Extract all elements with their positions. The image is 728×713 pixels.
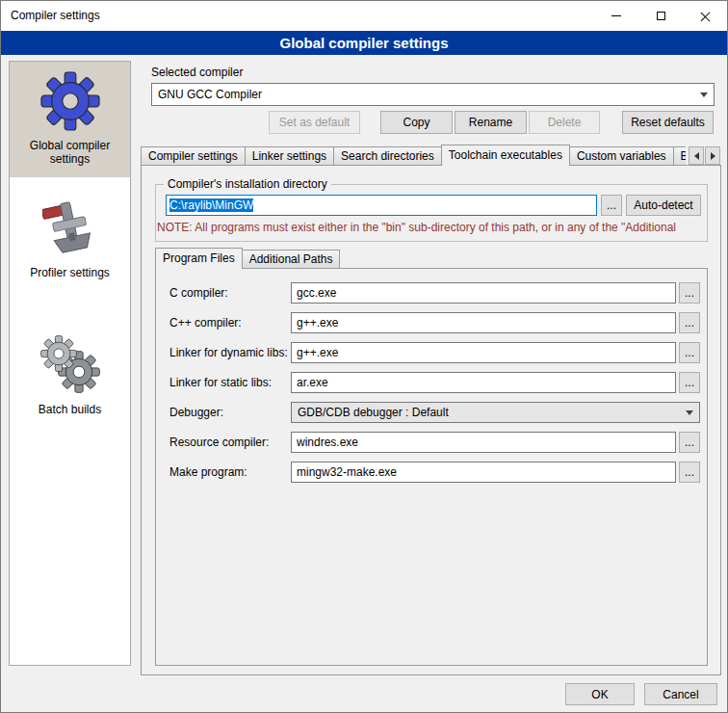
field-label: Resource compiler: <box>169 436 269 449</box>
c-compiler-browse-button[interactable]: ... <box>679 282 700 304</box>
cpp-compiler-input[interactable] <box>291 312 676 333</box>
rename-button[interactable]: Rename <box>455 111 527 134</box>
maximize-icon <box>657 12 665 20</box>
blue-gear-icon <box>40 71 100 131</box>
cpp-compiler-browse-button[interactable]: ... <box>679 312 700 333</box>
sidebar-item-label: Profiler settings <box>12 266 128 279</box>
reset-defaults-button[interactable]: Reset defaults <box>622 111 714 134</box>
chevron-down-icon <box>700 92 708 97</box>
form-row-resource-compiler: Resource compiler: ... <box>169 432 701 455</box>
make-program-input[interactable] <box>291 462 676 483</box>
gray-gears-icon <box>40 335 100 395</box>
cancel-button[interactable]: Cancel <box>644 683 717 705</box>
static-linker-input[interactable] <box>291 372 676 393</box>
selected-compiler-combo[interactable]: GNU GCC Compiler <box>151 83 715 106</box>
form-row-cpp-compiler: C++ compiler: ... <box>169 312 701 335</box>
tab-custom-variables[interactable]: Custom variables <box>569 146 674 166</box>
install-dir-browse-button[interactable]: ... <box>601 195 622 216</box>
maximize-button[interactable] <box>638 1 683 31</box>
static-linker-browse-button[interactable]: ... <box>679 372 700 393</box>
selected-compiler-label: Selected compiler <box>151 66 243 79</box>
auto-detect-button[interactable]: Auto-detect <box>626 195 701 216</box>
profiler-tool-icon <box>42 198 98 258</box>
resource-compiler-browse-button[interactable]: ... <box>679 432 700 453</box>
compiler-settings-dialog: Compiler settings Global compiler settin… <box>0 0 728 713</box>
window-title: Compiler settings <box>11 1 100 31</box>
sidebar-item-global-compiler-settings[interactable]: Global compiler settings <box>10 62 130 177</box>
close-button[interactable] <box>683 1 727 31</box>
resource-compiler-input[interactable] <box>291 432 676 453</box>
delete-button[interactable]: Delete <box>529 111 600 134</box>
tab-scroll-right-button[interactable] <box>705 146 720 165</box>
sidebar-item-label: Global compiler settings <box>12 139 128 166</box>
minimize-icon <box>611 15 621 16</box>
tab-scroll-left-button[interactable] <box>689 146 704 165</box>
page-title: Global compiler settings <box>1 31 727 55</box>
field-label: C++ compiler: <box>169 316 242 330</box>
close-icon <box>699 11 711 22</box>
arrow-right-icon <box>711 152 715 160</box>
make-program-browse-button[interactable]: ... <box>679 462 700 483</box>
field-label: Linker for static libs: <box>169 376 272 389</box>
dynamic-linker-browse-button[interactable]: ... <box>679 342 700 363</box>
settings-sidebar: Global compiler settings Profiler settin… <box>9 61 131 666</box>
arrow-left-icon <box>694 152 699 160</box>
sidebar-item-label: Batch builds <box>12 403 128 416</box>
field-label: Debugger: <box>169 406 223 419</box>
note-text: NOTE: All programs must exist either in … <box>157 221 719 234</box>
field-label: C compiler: <box>169 286 228 300</box>
c-compiler-input[interactable] <box>291 282 676 304</box>
install-dir-selected-text: C:\raylib\MinGW <box>169 198 253 212</box>
debugger-value: GDB/CDB debugger : Default <box>298 406 449 419</box>
sidebar-item-batch-builds[interactable]: Batch builds <box>10 326 130 428</box>
set-as-default-button[interactable]: Set as default <box>269 111 360 134</box>
window-titlebar[interactable]: Compiler settings <box>1 1 727 31</box>
toolchain-subtab-strip: Program Files Additional Paths <box>155 248 340 269</box>
debugger-combo[interactable]: GDB/CDB debugger : Default <box>291 402 700 423</box>
selected-compiler-value: GNU GCC Compiler <box>158 88 262 101</box>
tab-compiler-settings[interactable]: Compiler settings <box>141 146 246 166</box>
install-dir-group-label: Compiler's installation directory <box>164 177 331 191</box>
form-row-c-compiler: C compiler: ... <box>169 282 701 305</box>
tab-program-files[interactable]: Program Files <box>155 248 243 269</box>
form-row-make-program: Make program: ... <box>169 462 701 485</box>
chevron-down-icon <box>686 410 693 415</box>
window-controls <box>594 1 727 31</box>
program-files-panel: C compiler: ... C++ compiler: ... Linker… <box>155 268 708 666</box>
field-label: Linker for dynamic libs: <box>169 346 288 359</box>
tab-search-directories[interactable]: Search directories <box>333 146 442 166</box>
form-row-static-linker: Linker for static libs: ... <box>169 372 701 395</box>
settings-tab-strip: Compiler settings Linker settings Search… <box>141 145 686 166</box>
ok-button[interactable]: OK <box>565 683 635 705</box>
compiler-install-dir-input[interactable]: C:\raylib\MinGW <box>166 195 597 216</box>
tab-toolchain-executables[interactable]: Toolchain executables <box>441 145 570 166</box>
sidebar-item-profiler-settings[interactable]: Profiler settings <box>10 189 130 291</box>
tab-linker-settings[interactable]: Linker settings <box>245 146 334 166</box>
form-row-dynamic-linker: Linker for dynamic libs: ... <box>169 342 701 365</box>
dynamic-linker-input[interactable] <box>291 342 676 363</box>
field-label: Make program: <box>169 465 247 479</box>
minimize-button[interactable] <box>594 1 638 31</box>
tab-build-options[interactable]: Buil <box>673 146 686 166</box>
tab-additional-paths[interactable]: Additional Paths <box>242 250 341 269</box>
copy-button[interactable]: Copy <box>380 111 453 134</box>
form-row-debugger: Debugger: GDB/CDB debugger : Default <box>169 402 701 425</box>
